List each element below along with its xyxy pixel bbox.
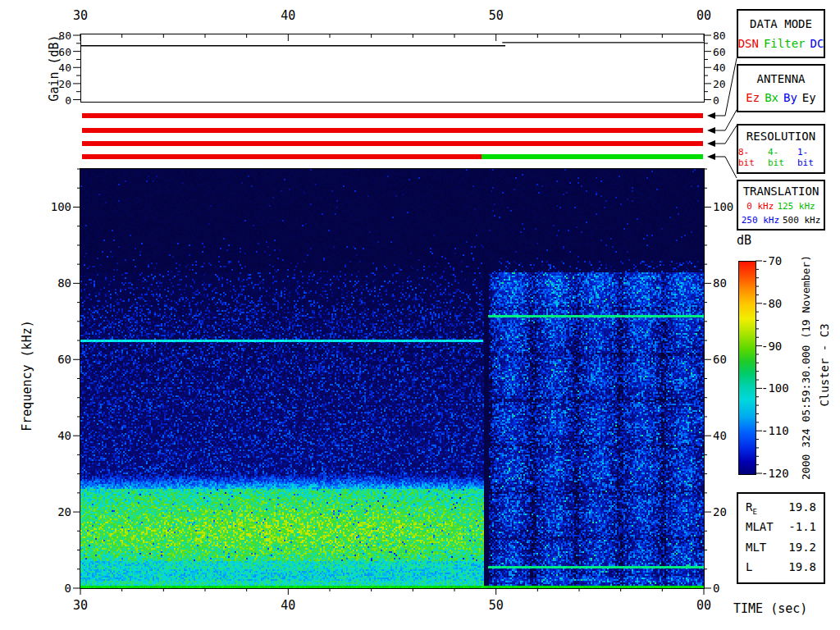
colorbar-tick-label: -70 (761, 255, 782, 267)
legend-connector-arrowhead (707, 153, 715, 160)
translation-bar (482, 154, 703, 159)
antenna-items: EzBxByEy (746, 91, 815, 104)
legend-connector-arrowhead (707, 140, 715, 147)
freq-ytick-label-right: 60 (713, 354, 727, 365)
gain-ytick-label-left: 0 (65, 94, 71, 105)
legend-item-500-khz: 500 kHz (783, 215, 820, 226)
resolution-title: RESOLUTION (746, 130, 815, 143)
gain-plot-frame (81, 34, 705, 103)
gain-ytick-label-left: 40 (58, 62, 71, 73)
legend-item-0-khz: 0 kHz (746, 201, 774, 212)
freq-ytick-label-right: 100 (713, 201, 733, 212)
legend-item-filter: Filter (764, 37, 806, 50)
ephemeris-label: L (746, 560, 752, 576)
translation-items-row1: 0 kHz125 kHz (746, 201, 815, 212)
spectrogram-image (80, 169, 704, 588)
ephemeris-row-re: RE 19.8 (746, 500, 816, 516)
gain-ytick-label-left: 80 (58, 30, 71, 41)
antenna-bar (82, 128, 703, 133)
freq-ytick-label-right: 80 (713, 277, 727, 289)
colorbar-title: dB (737, 235, 751, 247)
colorbar-tick-label: -100 (761, 382, 789, 394)
translation-title: TRANSLATION (743, 185, 819, 198)
gain-ytick-label-right: 20 (713, 78, 726, 89)
legend-item-bx: Bx (765, 91, 778, 104)
freq-ytick-label-right: 0 (713, 582, 719, 594)
gain-ytick-label-left: 20 (58, 78, 71, 89)
legend-item-250-khz: 250 kHz (742, 215, 779, 226)
freq-ytick-label-right: 20 (713, 506, 727, 518)
gain-ytick-label-right: 60 (713, 46, 726, 57)
legend-item-dc: DC (810, 37, 824, 50)
colorbar (738, 261, 756, 475)
ephemeris-value: 19.8 (788, 560, 816, 576)
colorbar-tick-label: -80 (761, 298, 782, 309)
freq-ytick-label-left: 60 (57, 354, 71, 365)
top-time-tick-label: 50 (489, 10, 504, 22)
legend-item-ez: Ez (746, 91, 760, 104)
ephemeris-value: 19.2 (788, 541, 816, 556)
gain-ytick-label-right: 80 (713, 30, 726, 41)
freq-ytick-label-right: 40 (713, 430, 727, 441)
translation-box: TRANSLATION 0 kHz125 kHz 250 kHz500 kHz (737, 180, 825, 231)
data-mode-bar (82, 113, 703, 118)
legend-item-ey: Ey (802, 91, 816, 104)
ephemeris-label: MLT (746, 541, 766, 556)
colorbar-tick-label: -90 (761, 340, 782, 352)
translation-items-row2: 250 kHz500 kHz (742, 215, 821, 226)
data-mode-title: DATA MODE (750, 17, 812, 30)
data-mode-items: DSNFilterDC (738, 37, 824, 50)
resolution-bar (82, 141, 703, 146)
data-mode-box: DATA MODE DSNFilterDC (737, 9, 825, 58)
ephemeris-value: 19.8 (788, 500, 816, 516)
top-time-tick-label: 40 (281, 10, 295, 22)
ephemeris-row-mlt: MLT 19.2 (746, 541, 816, 556)
bottom-time-tick-label: 50 (489, 600, 504, 612)
timestamp-label: 2000 324 05:59:30.000 (19 November) (801, 255, 811, 480)
freq-ytick-label-left: 0 (65, 582, 71, 594)
legend-connector-line (714, 157, 737, 178)
freq-ytick-label-left: 80 (57, 277, 71, 289)
ephemeris-box: RE 19.8 MLAT -1.1 MLT 19.2 L 19.8 (737, 492, 825, 584)
ephemeris-row-l: L 19.8 (746, 560, 816, 576)
legend-connector-arrowhead (707, 112, 715, 119)
bottom-time-tick-label: 30 (73, 600, 88, 612)
antenna-box: ANTENNA EzBxByEy (737, 64, 825, 112)
freq-ytick-label-left: 100 (51, 201, 71, 212)
ephemeris-row-mlat: MLAT -1.1 (746, 520, 816, 536)
freq-ytick-label-left: 40 (57, 430, 71, 441)
legend-item-4-bit: 4-bit (768, 147, 794, 168)
ephemeris-label: MLAT (746, 520, 774, 536)
ephemeris-value: -1.1 (788, 520, 816, 536)
gain-ytick-label-left: 60 (58, 46, 71, 57)
top-time-tick-label: 30 (73, 10, 88, 22)
bottom-time-tick-label: 00 (696, 600, 711, 612)
gain-ytick-label-right: 40 (713, 62, 726, 73)
ephemeris-label: RE (746, 500, 757, 516)
legend-item-by: By (783, 91, 797, 104)
antenna-title: ANTENNA (756, 72, 805, 85)
top-time-tick-label: 00 (696, 10, 711, 22)
legend-connector-line (714, 110, 737, 130)
bottom-time-tick-label: 40 (281, 600, 295, 612)
spacecraft-label: Cluster - C3 (819, 323, 830, 406)
time-axis-title: TIME (sec) (733, 603, 807, 615)
translation-bar (82, 154, 482, 159)
resolution-items: 8-bit4-bit1-bit (738, 147, 824, 168)
frequency-axis-title: Frequency (kHz) (21, 320, 34, 431)
gain-ytick-label-right: 0 (713, 94, 719, 105)
resolution-box: RESOLUTION 8-bit4-bit1-bit (737, 124, 825, 174)
legend-connector-arrowhead (707, 127, 715, 134)
legend-item-1-bit: 1-bit (797, 147, 824, 168)
legend-item-125-khz: 125 kHz (777, 201, 815, 212)
legend-connector-line (714, 126, 737, 144)
legend-item-dsn: DSN (738, 37, 759, 50)
freq-ytick-label-left: 20 (57, 506, 71, 518)
wbd-spectrogram-page: { "colors": { "red": "#ee0000", "green":… (0, 0, 840, 630)
legend-item-8-bit: 8-bit (738, 147, 765, 168)
colorbar-tick-label: -110 (761, 425, 789, 436)
colorbar-tick-label: -120 (761, 468, 789, 479)
